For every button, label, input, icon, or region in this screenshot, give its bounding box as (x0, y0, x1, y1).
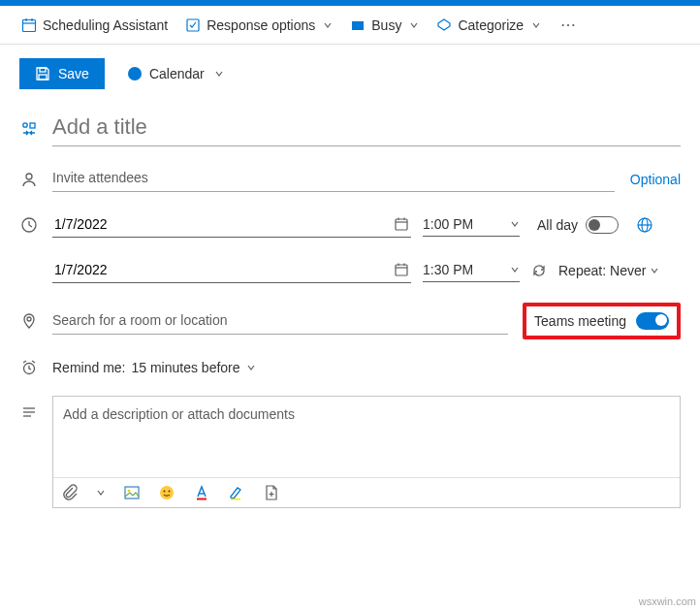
svg-point-8 (23, 122, 27, 126)
svg-point-33 (164, 491, 166, 493)
insert-file-button[interactable] (263, 484, 280, 501)
save-button[interactable]: Save (19, 58, 105, 89)
categorize-label: Categorize (458, 17, 524, 33)
description-icon (20, 403, 38, 421)
busy-status-button[interactable]: Busy (350, 17, 419, 33)
swap-icon[interactable] (20, 120, 38, 138)
chevron-down-icon (531, 20, 541, 30)
end-date-input[interactable] (52, 261, 411, 278)
tag-icon (436, 17, 452, 33)
location-icon (20, 312, 38, 330)
start-date-field[interactable] (52, 211, 411, 238)
svg-line-26 (32, 361, 35, 363)
svg-point-34 (169, 491, 171, 493)
reminder-selector[interactable]: Remind me: 15 minutes before (52, 360, 256, 375)
start-time-value: 1:00 PM (423, 216, 473, 232)
description-toolbar (53, 477, 680, 507)
svg-point-31 (128, 490, 131, 493)
save-icon (35, 66, 50, 81)
all-day-label: All day (537, 217, 578, 233)
repeat-label: Repeat: (558, 263, 606, 278)
svg-rect-5 (352, 21, 364, 30)
svg-rect-9 (30, 123, 35, 128)
repeat-selector[interactable]: Repeat: Never (558, 263, 659, 278)
calendar-icon[interactable] (394, 216, 409, 232)
reminder-icon (20, 359, 38, 376)
svg-rect-37 (231, 498, 240, 500)
response-options-button[interactable]: Response options (185, 17, 333, 33)
categorize-button[interactable]: Categorize (436, 17, 541, 33)
person-icon (20, 171, 38, 188)
recurrence-icon[interactable] (531, 263, 547, 278)
chevron-down-icon (323, 20, 333, 30)
attach-chevron[interactable] (96, 488, 106, 498)
end-time-field[interactable]: 1:30 PM (423, 258, 520, 282)
scheduling-assistant-label: Scheduling Assistant (43, 17, 168, 33)
insert-image-button[interactable] (123, 484, 141, 501)
timezone-button[interactable] (636, 216, 653, 234)
emoji-button[interactable] (158, 484, 175, 501)
svg-rect-36 (197, 498, 207, 500)
chevron-down-icon (510, 265, 520, 274)
svg-rect-6 (39, 75, 47, 80)
chevron-down-icon (246, 363, 256, 372)
attendees-input[interactable] (52, 166, 615, 192)
start-date-input[interactable] (52, 215, 411, 233)
description-input[interactable] (53, 397, 680, 474)
highlight-button[interactable] (228, 484, 245, 501)
optional-attendees-link[interactable]: Optional (630, 172, 681, 187)
watermark: wsxwin.com (639, 595, 696, 607)
teams-meeting-highlight: Teams meeting (523, 303, 681, 339)
busy-label: Busy (371, 17, 401, 33)
teams-meeting-label: Teams meeting (534, 313, 626, 329)
title-input[interactable] (52, 111, 681, 146)
description-box (52, 396, 681, 508)
calendar-icon[interactable] (394, 262, 409, 277)
clock-icon (20, 216, 38, 234)
attach-button[interactable] (61, 484, 79, 501)
response-icon (185, 17, 201, 33)
end-time-value: 1:30 PM (423, 262, 473, 277)
svg-rect-0 (23, 19, 36, 31)
start-time-field[interactable]: 1:00 PM (423, 212, 520, 237)
end-date-field[interactable] (52, 257, 411, 283)
svg-point-10 (26, 174, 32, 179)
chevron-down-icon (214, 69, 224, 79)
svg-point-23 (27, 317, 31, 321)
busy-icon (350, 17, 366, 33)
response-options-label: Response options (207, 17, 315, 33)
svg-point-32 (160, 486, 174, 499)
svg-rect-7 (40, 68, 46, 72)
reminder-prefix: Remind me: (52, 360, 125, 375)
scheduling-assistant-button[interactable]: Scheduling Assistant (21, 17, 168, 33)
chevron-down-icon (409, 20, 419, 30)
calendar-selector[interactable]: Calendar (128, 66, 224, 81)
command-bar: Scheduling Assistant Response options Bu… (0, 6, 700, 45)
save-label: Save (58, 66, 89, 81)
location-input[interactable] (52, 308, 508, 335)
svg-rect-12 (396, 219, 407, 230)
svg-line-25 (23, 361, 26, 363)
repeat-value: Never (610, 263, 646, 278)
chevron-down-icon (650, 266, 659, 275)
chevron-down-icon (510, 219, 520, 229)
reminder-value: 15 minutes before (131, 360, 239, 375)
calendar-color-dot (128, 67, 142, 80)
teams-meeting-toggle[interactable] (636, 312, 669, 330)
more-actions-button[interactable]: ⋯ (558, 16, 579, 34)
svg-rect-30 (125, 487, 139, 498)
svg-rect-19 (396, 265, 407, 275)
all-day-toggle[interactable] (586, 216, 619, 234)
font-color-button[interactable] (193, 484, 210, 501)
scheduling-icon (21, 17, 37, 33)
calendar-label: Calendar (149, 66, 205, 81)
